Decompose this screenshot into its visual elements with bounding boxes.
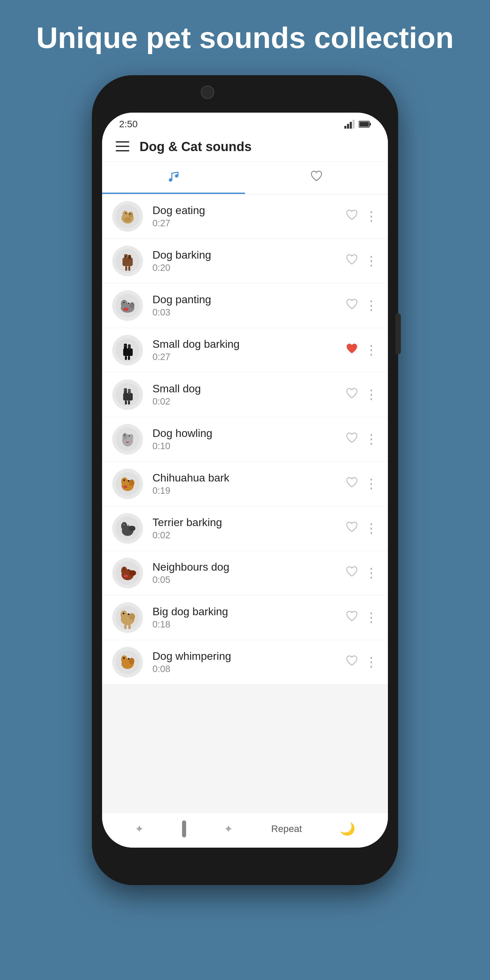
svg-point-55: [129, 435, 130, 437]
svg-point-89: [128, 658, 130, 660]
sound-item-dog-eating[interactable]: Dog eating 0:27 ⋮: [102, 194, 388, 239]
favorite-btn-2[interactable]: [346, 254, 358, 269]
next-icon[interactable]: ✦: [224, 822, 233, 835]
tab-favorites[interactable]: [245, 162, 388, 194]
sound-item-dog-howling[interactable]: Dog howling 0:10 ⋮: [102, 417, 388, 462]
more-btn-1[interactable]: ⋮: [365, 209, 378, 224]
svg-rect-82: [124, 624, 127, 629]
svg-point-47: [128, 390, 130, 392]
more-btn-6[interactable]: ⋮: [365, 432, 378, 447]
battery-icon: [359, 121, 371, 128]
svg-rect-45: [128, 389, 130, 395]
sound-info-7: Chihuahua bark 0:19: [153, 472, 346, 496]
prev-icon[interactable]: ✦: [135, 822, 144, 835]
sound-item-chihuahua-bark[interactable]: Chihuahua bark 0:19 ⋮: [102, 462, 388, 506]
favorite-btn-5[interactable]: [346, 388, 358, 402]
music-note-icon: [167, 170, 180, 186]
svg-point-10: [169, 178, 172, 182]
sound-duration-2: 0:20: [153, 263, 346, 273]
sound-actions-1: ⋮: [346, 209, 378, 224]
favorite-btn-6[interactable]: [346, 432, 358, 447]
sound-actions-8: ⋮: [346, 521, 378, 536]
sound-avatar-6: [112, 424, 143, 455]
favorite-btn-7[interactable]: [346, 477, 358, 492]
phone-speaker: [221, 89, 289, 95]
sound-name-2: Dog barking: [153, 249, 346, 261]
sound-avatar-7: [112, 469, 143, 499]
svg-point-30: [130, 302, 134, 308]
tab-bar: [102, 162, 388, 194]
sound-avatar-11: [112, 647, 143, 678]
sound-name-4: Small dog barking: [153, 338, 346, 350]
more-btn-4[interactable]: ⋮: [365, 343, 378, 358]
sound-duration-1: 0:27: [153, 218, 346, 229]
svg-rect-25: [125, 266, 127, 271]
side-button[interactable]: [395, 313, 401, 354]
sound-avatar-4: [112, 335, 143, 366]
sound-duration-7: 0:19: [153, 485, 346, 496]
svg-rect-44: [124, 388, 127, 395]
sound-name-3: Dog panting: [153, 293, 346, 306]
repeat-label[interactable]: Repeat: [271, 824, 302, 834]
sound-actions-10: ⋮: [346, 610, 378, 625]
phone-screen: 2:50: [102, 113, 388, 848]
sound-avatar-8: [112, 513, 143, 544]
svg-point-33: [123, 308, 129, 311]
svg-point-79: [129, 613, 135, 620]
svg-point-18: [129, 213, 130, 215]
favorite-btn-9[interactable]: [346, 566, 358, 581]
more-btn-7[interactable]: ⋮: [365, 476, 378, 492]
more-btn-9[interactable]: ⋮: [365, 566, 378, 581]
sound-name-10: Big dog barking: [153, 605, 346, 618]
svg-rect-48: [125, 401, 127, 404]
sound-item-big-dog-barking[interactable]: Big dog barking 0:18 ⋮: [102, 595, 388, 640]
sound-name-9: Neighbours dog: [153, 561, 346, 573]
sound-info-3: Dog panting 0:03: [153, 293, 346, 318]
svg-point-52: [123, 433, 127, 440]
sound-avatar-10: [112, 602, 143, 633]
svg-point-60: [124, 479, 125, 481]
favorite-btn-1[interactable]: [346, 209, 358, 224]
favorite-btn-4[interactable]: [346, 343, 358, 358]
sound-info-4: Small dog barking 0:27: [153, 338, 346, 363]
sound-name-6: Dog howling: [153, 427, 346, 440]
sound-avatar-2: [112, 246, 143, 276]
sound-info-2: Dog barking 0:20: [153, 249, 346, 273]
sound-actions-3: ⋮: [346, 298, 378, 313]
sound-avatar-5: [112, 379, 143, 410]
sound-duration-11: 0:08: [153, 664, 346, 675]
menu-button[interactable]: [116, 139, 129, 154]
sound-item-small-dog-barking[interactable]: Small dog barking 0:27 ⋮: [102, 328, 388, 372]
sound-name-8: Terrier barking: [153, 516, 346, 529]
sound-actions-11: ⋮: [346, 655, 378, 670]
more-btn-10[interactable]: ⋮: [365, 610, 378, 625]
sound-item-neighbours-dog[interactable]: Neighbours dog 0:05 ⋮: [102, 551, 388, 595]
sound-item-dog-whimpering[interactable]: Dog whimpering 0:08 ⋮: [102, 640, 388, 685]
status-icons: [344, 120, 371, 129]
sound-name-7: Chihuahua bark: [153, 472, 346, 484]
more-btn-8[interactable]: ⋮: [365, 521, 378, 536]
repeat-area: Repeat: [271, 824, 302, 834]
svg-rect-9: [116, 150, 129, 151]
sound-item-small-dog[interactable]: Small dog 0:02 ⋮: [102, 372, 388, 417]
sound-duration-9: 0:05: [153, 575, 346, 585]
favorite-btn-10[interactable]: [346, 611, 358, 625]
favorite-btn-11[interactable]: [346, 655, 358, 670]
more-btn-11[interactable]: ⋮: [365, 655, 378, 670]
more-btn-5[interactable]: ⋮: [365, 387, 378, 402]
sound-duration-8: 0:02: [153, 530, 346, 541]
more-btn-2[interactable]: ⋮: [365, 253, 378, 269]
sound-item-dog-panting[interactable]: Dog panting 0:03 ⋮: [102, 283, 388, 328]
more-btn-3[interactable]: ⋮: [365, 298, 378, 313]
svg-point-58: [121, 477, 128, 485]
sound-item-dog-barking[interactable]: Dog barking 0:20 ⋮: [102, 239, 388, 283]
moon-icon[interactable]: 🌙: [340, 822, 355, 836]
sound-item-terrier-barking[interactable]: Terrier barking 0:02 ⋮: [102, 506, 388, 551]
svg-point-68: [128, 525, 129, 526]
sound-name-1: Dog eating: [153, 204, 346, 217]
tab-sounds[interactable]: [102, 162, 245, 194]
svg-point-53: [129, 434, 134, 440]
favorite-btn-3[interactable]: [346, 298, 358, 313]
sound-info-5: Small dog 0:02: [153, 382, 346, 407]
favorite-btn-8[interactable]: [346, 521, 358, 536]
